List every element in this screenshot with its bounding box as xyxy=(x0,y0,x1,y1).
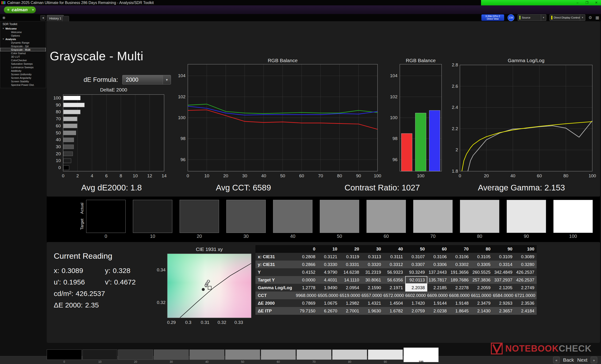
sidebar-item-color-gamut[interactable]: Color Gamut xyxy=(0,51,46,55)
pattern-tile-30[interactable] xyxy=(154,349,189,360)
table-cell: 0.3119 xyxy=(340,253,361,260)
sidebar-item-grayscale-2pt[interactable]: Grayscale - 2pt xyxy=(0,44,46,48)
chevron-down-icon: ▼ xyxy=(30,9,34,11)
svg-text:98: 98 xyxy=(392,136,398,141)
table-row-label: ΔE ITP xyxy=(255,307,296,315)
table-cell: 260.5525 xyxy=(471,268,493,276)
de-formula-row: dE Formula: 2000 ▼ xyxy=(84,75,171,85)
table-cell: 191.3656 xyxy=(449,268,471,276)
pattern-tile-70[interactable] xyxy=(297,349,331,360)
sidebar-section-analysis[interactable]: ▼Analysis xyxy=(0,37,46,41)
svg-text:6: 6 xyxy=(105,173,108,178)
pattern-tile-20[interactable] xyxy=(118,349,153,360)
svg-text:100: 100 xyxy=(390,115,398,120)
sidebar-item-screen-stability[interactable]: Screen Stability xyxy=(0,79,46,83)
sidebar-item-3d-lut[interactable]: 3D LUT xyxy=(0,55,46,58)
workspace-icon[interactable]: ◉ xyxy=(2,16,5,20)
de-formula-select[interactable]: 2000 ▼ xyxy=(122,75,171,85)
pattern-tile-50[interactable] xyxy=(225,349,260,360)
grayscale-swatch-80 xyxy=(460,200,499,233)
svg-text:2.2: 2.2 xyxy=(452,126,458,131)
source-dropdown-label: Source xyxy=(522,16,530,19)
pattern-tile-80[interactable] xyxy=(332,349,367,360)
meter-button[interactable]: X-Rite i1Pro 2 Direct View xyxy=(481,14,504,21)
back-button[interactable]: Back xyxy=(563,357,574,363)
reading-value: 426.2537 xyxy=(76,290,105,298)
minimize-button[interactable]: – xyxy=(573,0,582,5)
svg-text:40: 40 xyxy=(261,173,266,178)
reading-row: x:0.3089y:0.328 xyxy=(54,267,156,278)
tab-history-1[interactable]: History 1 xyxy=(47,15,64,21)
table-cell: 1.9630 xyxy=(361,307,383,315)
sidebar-item-welcome[interactable]: Welcome xyxy=(0,30,46,34)
next-icon[interactable]: » xyxy=(591,357,597,363)
pattern-tile-90[interactable] xyxy=(368,349,403,360)
table-cell: 2.9263 xyxy=(493,299,515,307)
sidebar-item-saturation-sweeps[interactable]: Saturation Sweeps xyxy=(0,62,46,66)
svg-text:2: 2 xyxy=(455,147,458,152)
section-label: Analysis xyxy=(5,38,16,41)
table-cell: 2.2059 xyxy=(471,284,493,292)
grayscale-swatch-90 xyxy=(507,200,546,233)
table-cell: 1.9148 xyxy=(449,299,471,307)
pattern-tile-label: 100 xyxy=(404,360,439,364)
back-icon[interactable]: « xyxy=(553,357,560,363)
next-button[interactable]: Next xyxy=(577,357,587,363)
sidebar-section-welcome[interactable]: ▼Welcome xyxy=(0,27,46,30)
sidebar-item-spectral-power-dist[interactable]: Spectral Power Dist. xyxy=(0,83,46,86)
sidebar: SDR Toolkit ▼WelcomeWelcomeOptions▼Analy… xyxy=(0,21,46,88)
svg-text:100: 100 xyxy=(417,173,424,178)
table-row-y: Y0.41524.979014.623831.231956.932393.324… xyxy=(255,268,537,276)
sidebar-item-grayscale-multi[interactable]: Grayscale - Multi xyxy=(0,48,46,51)
table-cell: 6721.0000 xyxy=(515,292,537,299)
svg-text:40: 40 xyxy=(510,173,515,178)
sidebar-item-luminance-sweeps[interactable]: Luminance Sweeps xyxy=(0,66,46,69)
swatch-level-label: 90 xyxy=(507,234,546,239)
svg-text:RGB Balance: RGB Balance xyxy=(406,58,435,63)
meter-status-badge[interactable]: 238 xyxy=(508,14,514,21)
new-tab-stub[interactable] xyxy=(62,16,69,21)
table-cell: 6609.0000 xyxy=(427,292,449,299)
pattern-tile-40[interactable] xyxy=(190,349,224,360)
pattern-tile-0[interactable] xyxy=(47,349,82,360)
collapse-sidebar-button[interactable]: ◀ xyxy=(40,15,46,20)
close-button[interactable]: ✕ xyxy=(592,0,601,5)
svg-text:100: 100 xyxy=(374,173,381,178)
table-row-label: Y xyxy=(255,268,296,276)
tree-expand-icon[interactable]: ▼ xyxy=(2,28,4,29)
svg-text:96: 96 xyxy=(392,157,398,162)
source-dropdown[interactable]: Source ▼ xyxy=(518,14,546,21)
table-cell: 0.7869 xyxy=(296,299,318,307)
sidebar-item-dynamic-range[interactable]: Dynamic Range xyxy=(0,41,46,44)
table-cell: 0.3106 xyxy=(427,253,449,260)
table-cell: 2.2185 xyxy=(427,284,449,292)
reading-value: 0.3089 xyxy=(61,267,83,275)
reading-v: v':0.4672 xyxy=(105,278,156,286)
swatch-level-label: 60 xyxy=(366,234,406,239)
sidebar-item-options[interactable]: Options xyxy=(0,34,46,37)
app-window: Calman 2025 Calman Ultimate for Business… xyxy=(0,0,601,364)
sidebar-item-screen-uniformity[interactable]: Screen Uniformity xyxy=(0,72,46,76)
reading-value: 0.1956 xyxy=(63,278,85,286)
grayscale-swatch-0 xyxy=(86,200,126,233)
sidebar-item-screen-angularity[interactable]: Screen Angularity xyxy=(0,76,46,79)
display-control-dropdown[interactable]: Direct Display Control ▼ xyxy=(550,14,585,21)
table-col-header: 40 xyxy=(383,245,405,253)
pattern-tile-10[interactable] xyxy=(82,349,117,360)
sidebar-item-colorchecker[interactable]: ColorChecker xyxy=(0,58,46,62)
table-cell: 6519.0000 xyxy=(340,292,361,299)
pattern-tile-100[interactable] xyxy=(404,348,439,362)
table-cell: 0.2808 xyxy=(296,253,318,260)
svg-text:80: 80 xyxy=(337,173,342,178)
pattern-tile-60[interactable] xyxy=(261,349,296,360)
maximize-button[interactable]: ❐ xyxy=(582,0,592,5)
layout-icon[interactable]: ▦ xyxy=(595,15,599,20)
readings-panel: Current Reading x:0.3089y:0.328u':0.1956… xyxy=(47,242,600,343)
table-cell: 1.4321 xyxy=(361,299,383,307)
table-cell: 337.2937 xyxy=(493,276,515,284)
cie-1931-chart: CIE 1931 xy0.290.30.310.320.330.340.32 xyxy=(155,246,258,326)
tree-expand-icon[interactable]: ▼ xyxy=(2,38,4,40)
calman-menu-button[interactable]: ✳ calman ▼ xyxy=(4,6,36,13)
settings-gear-icon[interactable]: ⚙ xyxy=(589,15,592,20)
sidebar-item-additivity[interactable]: Additivity xyxy=(0,69,46,72)
